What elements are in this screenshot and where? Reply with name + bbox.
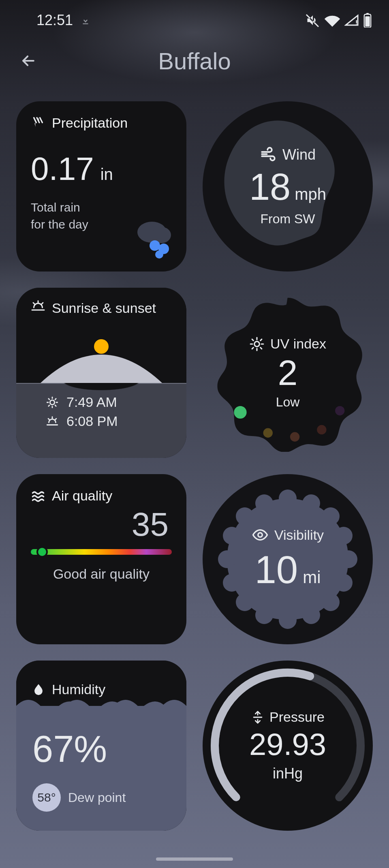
visibility-unit: mi [303, 568, 321, 587]
sunrise-sunset-card[interactable]: Sunrise & sunset 7:49 AM 6:08 PM [16, 288, 186, 458]
humidity-title: Humidity [52, 682, 105, 697]
pressure-title: Pressure [269, 709, 325, 725]
svg-line-42 [252, 347, 253, 348]
precipitation-title: Precipitation [52, 115, 128, 131]
rain-icon [31, 116, 45, 130]
dew-point-label: Dew point [68, 790, 126, 805]
svg-line-21 [49, 398, 49, 399]
page-title: Buffalo [16, 47, 373, 75]
svg-point-58 [236, 507, 254, 525]
air-quality-card[interactable]: Air quality 35 Good air quality [16, 474, 186, 644]
svg-point-56 [218, 550, 236, 568]
sun-title-text: Sunrise & sunset [52, 299, 156, 318]
sunset-icon [31, 299, 45, 314]
aqi-value: 35 [31, 505, 172, 543]
svg-point-16 [50, 400, 54, 404]
mute-icon [306, 13, 320, 28]
svg-line-28 [55, 418, 56, 419]
wind-direction: From SW [260, 212, 315, 227]
rain-cloud-icon [130, 218, 174, 260]
wind-icon [260, 146, 277, 163]
svg-rect-2 [366, 13, 369, 14]
pressure-card[interactable]: Pressure 29.93 inHg [203, 661, 373, 831]
svg-point-11 [155, 250, 163, 259]
precipitation-card[interactable]: Precipitation 0.17 in Total rain for the… [16, 101, 186, 272]
status-time: 12:51 [36, 12, 73, 29]
svg-point-59 [255, 494, 273, 512]
wifi-icon [324, 14, 340, 27]
svg-point-50 [322, 593, 340, 611]
svg-line-22 [55, 405, 56, 406]
uv-value: 2 [278, 355, 298, 391]
status-bar: 12:51 ! [0, 0, 389, 36]
svg-line-40 [261, 347, 262, 348]
aqi-description: Good air quality [31, 566, 172, 582]
svg-line-4 [34, 118, 36, 122]
pressure-unit: inHg [273, 765, 303, 782]
uv-index-card[interactable]: UV index 2 Low [203, 288, 373, 458]
svg-point-51 [302, 606, 320, 624]
svg-point-49 [335, 574, 353, 592]
svg-point-53 [255, 606, 273, 624]
precipitation-unit: in [100, 165, 113, 184]
wind-unit: mph [295, 185, 326, 203]
aqi-indicator [36, 546, 48, 558]
pressure-icon [251, 710, 265, 724]
precipitation-value: 0.17 [31, 150, 94, 188]
visibility-value: 10 [254, 547, 298, 592]
download-icon [80, 14, 91, 26]
signal-icon: ! [344, 14, 359, 27]
app-header: Buffalo [0, 36, 389, 85]
visibility-title: Visibility [274, 527, 324, 543]
svg-point-34 [254, 341, 260, 346]
svg-point-60 [258, 533, 263, 537]
wind-card[interactable]: Wind 18 mph From SW [203, 101, 373, 272]
droplet-icon [32, 682, 45, 696]
uv-level: Low [276, 395, 300, 410]
svg-line-23 [55, 398, 56, 399]
svg-point-55 [223, 574, 241, 592]
svg-point-52 [279, 611, 297, 629]
svg-point-57 [223, 527, 241, 545]
humidity-value: 67% [32, 728, 172, 770]
svg-text:!: ! [355, 19, 358, 26]
svg-point-47 [335, 527, 353, 545]
svg-line-14 [33, 303, 34, 304]
humidity-card[interactable]: Humidity 67% 58° Dew point [16, 661, 186, 831]
sunset-time-icon [45, 415, 59, 428]
humidity-wave [16, 706, 186, 718]
waves-icon [31, 489, 45, 503]
navigation-handle[interactable] [156, 857, 233, 861]
wind-title-text: Wind [282, 146, 316, 163]
sun-icon [249, 336, 265, 352]
svg-line-24 [49, 405, 49, 406]
visibility-card[interactable]: Visibility 10 mi [203, 474, 373, 644]
svg-line-6 [40, 118, 43, 122]
dew-point-badge: 58° [32, 783, 61, 812]
svg-point-48 [340, 550, 357, 568]
svg-line-15 [42, 303, 43, 304]
svg-line-27 [48, 418, 49, 419]
eye-icon [252, 526, 269, 543]
pressure-value: 29.93 [249, 727, 326, 762]
sunset-time: 6:08 PM [66, 413, 118, 429]
aqi-scale [31, 549, 172, 555]
svg-point-45 [302, 494, 320, 512]
svg-line-39 [252, 339, 253, 340]
svg-point-44 [279, 490, 297, 507]
sun-position-icon [94, 339, 109, 354]
wind-value: 18 [249, 166, 291, 208]
sunrise-time-icon [45, 396, 59, 409]
uv-title-text: UV index [270, 336, 326, 352]
svg-point-54 [236, 593, 254, 611]
sunrise-time: 7:49 AM [66, 394, 117, 410]
aqi-title: Air quality [52, 488, 112, 504]
weather-grid: Precipitation 0.17 in Total rain for the… [16, 101, 373, 831]
svg-rect-3 [365, 16, 370, 26]
battery-icon [363, 13, 372, 28]
svg-point-46 [322, 507, 340, 525]
svg-line-41 [261, 339, 262, 340]
